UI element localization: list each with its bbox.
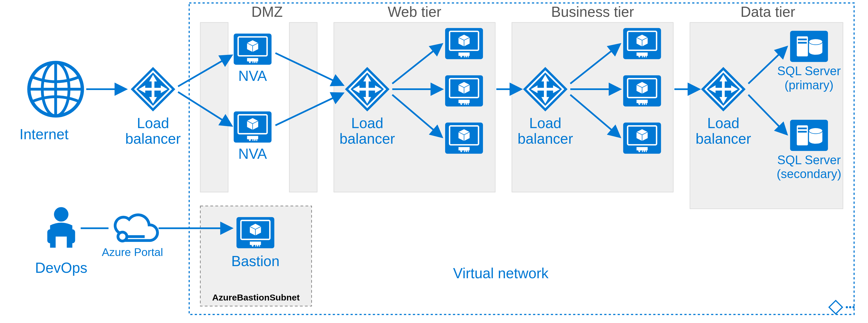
svg-point-30 (852, 306, 855, 309)
load-balancer-public-icon (131, 67, 175, 111)
biz-vm-2-icon (623, 75, 661, 106)
azure-portal-label: Azure Portal (102, 246, 163, 258)
devops-label: DevOps (35, 260, 87, 276)
azure-portal-icon (115, 215, 157, 241)
devops-person-icon (47, 207, 75, 248)
sql-primary-icon (790, 31, 828, 62)
web-tier-title: Web tier (388, 4, 441, 20)
dmz-title: DMZ (251, 4, 283, 20)
nva-vm-2-icon (234, 111, 272, 143)
dmz-panel-1 (200, 23, 228, 192)
peering-icon (829, 300, 855, 314)
nva-1-label: NVA (238, 68, 267, 84)
web-vm-1-icon (445, 28, 483, 59)
svg-rect-23 (47, 229, 53, 243)
bastion-vm-icon (237, 217, 274, 248)
lb-biz-label-2: balancer (518, 131, 573, 147)
nva-2-label: NVA (238, 146, 267, 162)
svg-marker-27 (829, 300, 842, 314)
lb-data-label-1: Load (707, 115, 739, 131)
web-vm-3-icon (445, 123, 483, 154)
lb-public-label-2: balancer (125, 131, 181, 147)
web-vm-2-icon (445, 75, 483, 106)
internet-label: Internet (20, 126, 68, 142)
sql-primary-label-1: SQL Server (777, 64, 841, 78)
lb-web-label-2: balancer (339, 131, 395, 147)
sql-secondary-label-1: SQL Server (777, 153, 841, 167)
svg-point-25 (118, 232, 127, 241)
svg-point-22 (54, 207, 68, 221)
bastion-label: Bastion (231, 253, 280, 269)
sql-secondary-icon (790, 120, 828, 151)
sql-secondary-label-2: (secondary) (777, 167, 841, 181)
lb-web-label-1: Load (351, 115, 383, 131)
business-tier-title: Business tier (551, 4, 634, 20)
biz-vm-3-icon (623, 123, 661, 154)
nva-vm-1-icon (234, 34, 272, 65)
data-tier-title: Data tier (741, 4, 795, 20)
svg-point-28 (846, 306, 848, 309)
vnet-label: Virtual network (453, 265, 549, 281)
biz-vm-1-icon (623, 28, 661, 59)
bastion-subnet-label: AzureBastionSubnet (212, 292, 300, 302)
lb-public-label-1: Load (137, 115, 169, 131)
architecture-diagram: VM Virtual network DMZ Web tier Business… (0, 0, 868, 323)
lb-data-label-2: balancer (695, 131, 751, 147)
sql-primary-label-2: (primary) (785, 78, 834, 92)
svg-rect-24 (69, 229, 75, 243)
internet-icon (29, 63, 83, 116)
lb-biz-label-1: Load (529, 115, 561, 131)
svg-point-29 (849, 306, 851, 309)
